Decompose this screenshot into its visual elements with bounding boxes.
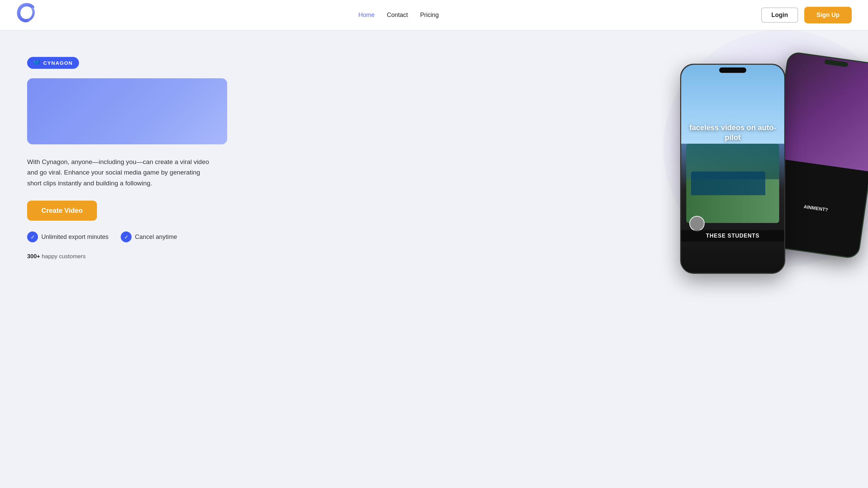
phone-portrait [689, 216, 705, 231]
happy-customers: 300+ happy customers [27, 253, 450, 260]
hero-description: With Cynagon, anyone—including you—can c… [27, 157, 210, 188]
features-row: ✓ Unlimited export minutes ✓ Cancel anyt… [27, 231, 450, 242]
feature-cancel-anytime: ✓ Cancel anytime [121, 231, 177, 242]
brand-badge: 💙 CYNAGON [27, 57, 79, 69]
nav-contact[interactable]: Contact [387, 12, 408, 19]
phone-headline: faceless videos on auto-pilot [681, 123, 784, 142]
check-icon-1: ✓ [27, 231, 38, 242]
logo[interactable] [16, 3, 36, 27]
phone-mid-image [686, 144, 779, 223]
phone-front: faceless videos on auto-pilot THESE STUD… [680, 64, 785, 274]
phone-back-top [774, 52, 868, 171]
customers-count: 300+ [27, 253, 40, 260]
hero-section: 💙 CYNAGON With Cynagon, anyone—including… [0, 30, 868, 488]
login-button[interactable]: Login [761, 7, 798, 23]
phone-container: AINMENT? faceless videos on auto-pilot [670, 50, 868, 281]
nav-pricing[interactable]: Pricing [420, 12, 439, 19]
navbar: Home Contact Pricing Login Sign Up [0, 0, 868, 30]
customers-label-text: happy customers [42, 253, 85, 260]
nav-actions: Login Sign Up [761, 7, 852, 23]
phone-back-bottom-text: AINMENT? [800, 200, 832, 216]
hero-video-placeholder [27, 78, 227, 144]
feature-label-2: Cancel anytime [135, 233, 177, 241]
hero-right: AINMENT? faceless videos on auto-pilot [450, 50, 868, 287]
phone-front-notch [719, 67, 746, 73]
feature-label-1: Unlimited export minutes [41, 233, 108, 241]
check-icon-2: ✓ [121, 231, 132, 242]
badge-text: CYNAGON [43, 60, 73, 66]
nav-links: Home Contact Pricing [358, 12, 439, 19]
phone-bottom-text: THESE STUDENTS [681, 230, 784, 242]
nav-home[interactable]: Home [358, 12, 375, 19]
badge-icon: 💙 [33, 60, 41, 66]
hero-left: 💙 CYNAGON With Cynagon, anyone—including… [27, 50, 450, 260]
create-video-button[interactable]: Create Video [27, 201, 97, 221]
bus-windows [691, 171, 765, 195]
feature-unlimited-export: ✓ Unlimited export minutes [27, 231, 108, 242]
signup-button[interactable]: Sign Up [804, 7, 852, 23]
